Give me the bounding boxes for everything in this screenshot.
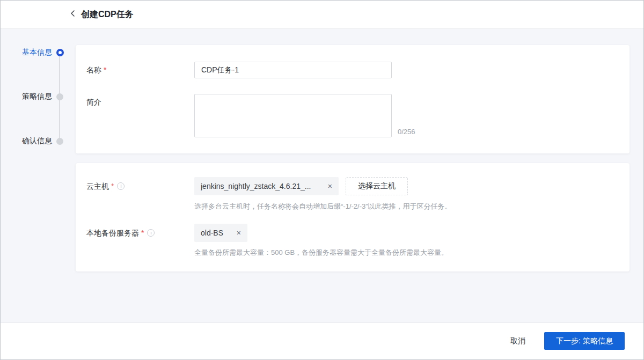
step-policy-info[interactable]: 策略信息 <box>9 91 63 102</box>
name-label-text: 名称 <box>86 64 101 75</box>
backup-server-helper-text: 全量备份所需最大容量：500 GB，备份服务器容量需大于全量备份所需最大容量。 <box>194 248 448 258</box>
vm-tag: jenkins_nightly_zstack_4.6.21_... × <box>194 177 339 195</box>
create-cdp-task-page: 创建CDP任务 基本信息 策略信息 确认信息 名称 * 简介 <box>0 0 644 360</box>
step-label: 基本信息 <box>9 48 52 57</box>
char-counter: 0/256 <box>398 128 415 136</box>
step-label: 确认信息 <box>9 136 52 146</box>
step-confirm-info[interactable]: 确认信息 <box>9 136 63 146</box>
page-header: 创建CDP任务 <box>1 1 643 29</box>
select-vm-button[interactable]: 选择云主机 <box>346 177 408 195</box>
remove-vm-tag-icon[interactable]: × <box>328 182 332 190</box>
content-area: 基本信息 策略信息 确认信息 名称 * 简介 0/256 <box>1 29 643 322</box>
step-pending-circle-icon <box>56 93 63 100</box>
step-pending-circle-icon <box>56 138 63 145</box>
required-asterisk: * <box>104 64 106 75</box>
back-chevron-icon <box>70 10 75 19</box>
description-textarea[interactable] <box>194 94 392 137</box>
backup-server-field-label: 本地备份服务器 * <box>86 227 155 238</box>
footer-bar: 取消 下一步: 策略信息 <box>1 322 643 359</box>
remove-backup-server-tag-icon[interactable]: × <box>237 229 241 237</box>
vm-label-text: 云主机 <box>86 181 109 192</box>
step-active-circle-icon <box>56 49 64 56</box>
name-input[interactable] <box>194 62 392 78</box>
info-icon[interactable] <box>147 229 155 237</box>
info-icon[interactable] <box>117 182 125 190</box>
backup-server-tag-text: old-BS <box>201 229 231 237</box>
step-label: 策略信息 <box>9 92 52 101</box>
backup-server-label-text: 本地备份服务器 <box>86 227 139 238</box>
name-field-label: 名称 * <box>86 64 106 75</box>
basic-info-card: 名称 * 简介 0/256 <box>76 45 630 153</box>
vm-tag-text: jenkins_nightly_zstack_4.6.21_... <box>201 182 323 190</box>
page-title: 创建CDP任务 <box>81 9 134 20</box>
cancel-button[interactable]: 取消 <box>502 335 534 348</box>
backup-server-tag: old-BS × <box>194 224 247 242</box>
next-step-button[interactable]: 下一步: 策略信息 <box>544 332 625 350</box>
required-asterisk: * <box>141 227 144 238</box>
vm-field-label: 云主机 * <box>86 181 125 192</box>
required-asterisk: * <box>111 181 114 192</box>
back-button[interactable] <box>67 9 78 20</box>
description-label-text: 简介 <box>86 97 101 107</box>
step-basic-info[interactable]: 基本信息 <box>9 47 64 58</box>
description-field-label: 简介 <box>86 97 101 107</box>
resource-card: 云主机 * jenkins_nightly_zstack_4.6.21_... … <box>76 163 630 271</box>
vm-helper-text: 选择多台云主机时，任务名称将会自动增加后缀“-1/-2/-3”以此类推，用于区分… <box>194 202 452 211</box>
